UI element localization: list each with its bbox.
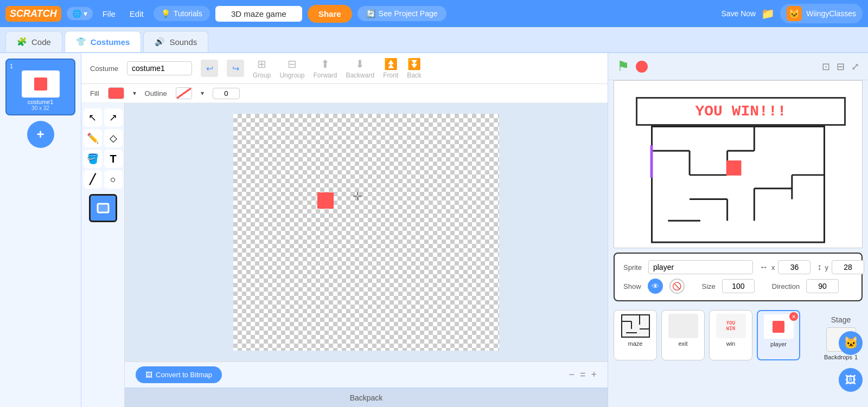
tool-row-1: ↖ ↗ [84,108,123,127]
svg-rect-2 [652,126,825,242]
username-label: WiingyClasses [806,9,856,18]
canvas-container[interactable]: ✛ 🖼 Convert to Bitmap − = + Backpack [125,103,608,407]
back-label: Back [407,72,422,79]
show-hide-row: Show 👁 🚫 Size Direction [623,279,853,294]
share-button[interactable]: Share [308,5,352,23]
undo-button[interactable]: ↩ [201,60,218,77]
sprite-card-player[interactable]: ✕ player [757,310,800,360]
sprite-card-maze[interactable]: maze [614,310,657,360]
backward-label: Backward [346,72,374,79]
zoom-fit-button[interactable]: = [580,369,586,380]
ungroup-label: Ungroup [279,72,304,79]
fill-tool-button[interactable]: 🪣 [84,150,102,168]
editor-area: Costume ↩ ↪ ⊞ Group ⊟ Ungroup ⬆ Forward … [81,53,608,407]
sprite-card-win[interactable]: YOUWIN win [709,310,752,360]
costume-name-input[interactable] [127,61,192,75]
circle-tool-button[interactable]: ○ [104,170,123,189]
stage-preview[interactable]: YOU WIN!!! [614,80,863,248]
x-value-input[interactable] [778,260,810,274]
back-action[interactable]: ⏬ Back [407,57,422,79]
fill-dropdown-arrow[interactable]: ▾ [133,89,136,97]
outline-dropdown-arrow[interactable]: ▾ [201,89,204,97]
add-costume-button[interactable]: + [27,121,54,148]
save-now-button[interactable]: Save Now [721,9,756,18]
tutorials-label: Tutorials [174,9,202,18]
text-tool-button[interactable]: T [104,150,123,168]
costume-name-label: costume1 [10,99,71,105]
code-icon: 🧩 [17,37,27,47]
green-flag-button[interactable]: ⚑ [617,58,629,75]
ungroup-action[interactable]: ⊟ Ungroup [279,57,304,79]
backpack-label: Backpack [350,393,383,402]
forward-action[interactable]: ⬆ Forward [313,57,337,79]
folder-icon[interactable]: 📁 [761,7,775,20]
group-label: Group [253,72,271,79]
direction-value-input[interactable] [806,279,839,293]
redo-button[interactable]: ↪ [227,60,244,77]
canvas-bottom-bar: 🖼 Convert to Bitmap − = + [125,361,608,387]
costume-label: Costume [90,64,118,73]
show-button[interactable]: 👁 [648,279,663,294]
tab-costumes[interactable]: 👕 Costumes [65,31,142,52]
top-bar: SCRATCH 🌐 ▾ File Edit 💡 Tutorials 3D maz… [0,0,868,27]
outline-label: Outline [145,89,167,98]
costume-item[interactable]: 1 costume1 30 x 32 [5,59,75,115]
add-backdrop-button[interactable]: 🖼 [839,368,863,392]
edit-menu[interactable]: Edit [125,7,148,21]
crosshair-handle[interactable]: ✛ [353,190,362,204]
y-arrow-icon: ↕ [817,262,821,272]
normal-stage-button[interactable]: ⊟ [837,61,845,73]
costume-red-square [34,77,47,91]
right-panel: ⚑ ⊡ ⊟ ⤢ YOU WIN!!! [608,53,868,407]
tab-sounds[interactable]: 🔊 Sounds [143,31,208,52]
costume-size-label: 30 x 32 [10,105,71,111]
sprite-card-win-img: YOUWIN [716,314,746,338]
backward-icon: ⬇ [355,57,365,70]
forward-label: Forward [313,72,337,79]
y-value-input[interactable] [832,260,864,274]
project-title[interactable]: 3D maze game [215,6,302,22]
small-stage-button[interactable]: ⊡ [822,61,830,73]
outline-value-input[interactable] [213,88,240,99]
sprite-name-input[interactable] [648,260,753,274]
tab-code[interactable]: 🧩 Code [5,31,62,52]
hide-button[interactable]: 🚫 [669,279,685,294]
group-action[interactable]: ⊞ Group [253,57,271,79]
delete-badge[interactable]: ✕ [789,312,798,321]
select-tool-button[interactable]: ↖ [84,108,102,127]
drawing-canvas[interactable]: ✛ [233,114,499,351]
user-area[interactable]: 🐱 WiingyClasses [780,4,863,23]
x-label: x [771,263,775,272]
tutorials-button[interactable]: 💡 Tutorials [154,6,210,21]
reshape-tool-button[interactable]: ↗ [104,108,123,127]
backward-action[interactable]: ⬇ Backward [346,57,374,79]
ungroup-icon: ⊟ [288,57,297,70]
red-stop-button[interactable] [636,61,648,73]
size-value-input[interactable] [722,279,755,293]
eraser-tool-button[interactable]: ◇ [104,129,123,147]
tools-sidebar: ↖ ↗ ✏️ ◇ 🪣 T ╱ ○ [81,103,125,407]
outline-color-swatch[interactable] [176,87,192,99]
globe-arrow: ▾ [84,9,87,18]
sprite-name-row: Sprite ↔ x ↕ y [623,260,853,274]
add-sprite-button[interactable]: 🐱 [839,331,863,355]
line-tool-button[interactable]: ╱ [84,170,102,189]
zoom-in-button[interactable]: + [591,369,597,380]
sprite-card-exit[interactable]: exit [661,310,705,360]
fullscreen-button[interactable]: ⤢ [851,61,859,73]
maze-svg [614,81,862,248]
brush-tool-button[interactable]: ✏️ [84,129,102,147]
sprite-red-square[interactable] [317,192,334,209]
convert-bitmap-button[interactable]: 🖼 Convert to Bitmap [136,366,222,383]
sprite-card-player-img [764,314,794,339]
fill-color-swatch[interactable] [108,87,124,99]
size-label: Size [702,282,716,290]
rectangle-tool-button[interactable] [89,194,117,222]
scratch-logo[interactable]: SCRATCH [5,6,61,22]
front-action[interactable]: ⏫ Front [383,57,398,79]
globe-button[interactable]: 🌐 ▾ [67,7,93,20]
file-menu[interactable]: File [98,7,120,21]
zoom-out-button[interactable]: − [569,369,575,380]
see-project-button[interactable]: 🔄 See Project Page [358,6,446,21]
backpack-bar: Backpack [125,387,608,407]
